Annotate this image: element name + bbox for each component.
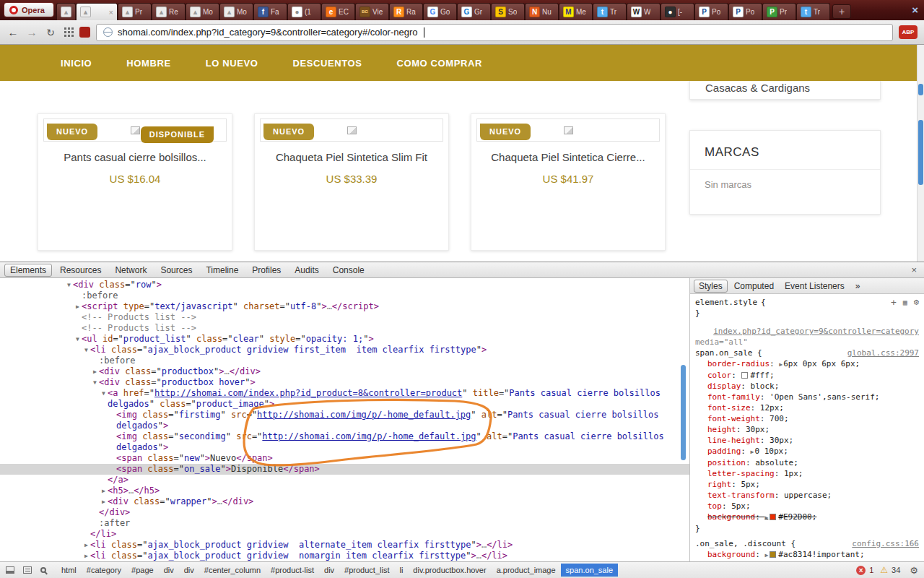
stylesheet-link[interactable]: index.php?id_category=9&controller=categ…: [713, 327, 919, 336]
expand-arrow-icon[interactable]: ▶: [779, 361, 783, 368]
nav-item[interactable]: HOMBRE: [126, 58, 170, 69]
css-property[interactable]: font-family: 'Open Sans',sans-serif;: [695, 392, 919, 402]
css-property[interactable]: background: ▶#E92D00;: [695, 512, 919, 523]
devtools-tab-profiles[interactable]: Profiles: [246, 263, 287, 277]
forward-button[interactable]: →: [25, 26, 38, 38]
browser-tab[interactable]: RRa: [389, 3, 423, 20]
devtools-tab-timeline[interactable]: Timeline: [200, 263, 244, 277]
browser-tab[interactable]: ▴Mo: [219, 3, 253, 20]
breadcrumb-item[interactable]: #product_list: [339, 564, 394, 577]
dom-node[interactable]: </div>: [0, 507, 689, 518]
nav-item[interactable]: INICIO: [61, 58, 92, 69]
breadcrumb-item[interactable]: div: [159, 564, 179, 577]
devtools-close-icon[interactable]: ×: [911, 264, 920, 275]
dom-node[interactable]: ▶<h5>…</h5>: [0, 486, 689, 496]
styles-settings-gear-icon[interactable]: ⚙: [914, 297, 919, 308]
browser-tab[interactable]: MMe: [559, 3, 593, 20]
breadcrumb-item[interactable]: #category: [82, 564, 126, 577]
expand-arrow-icon[interactable]: ▶: [751, 449, 754, 455]
error-icon[interactable]: ×: [856, 566, 866, 575]
dom-node[interactable]: ▶<div class="productbox">…</div>: [0, 366, 689, 377]
collapse-arrow-icon[interactable]: ▶: [100, 486, 108, 496]
url-text[interactable]: shomai.com/index.php?id_category=9&contr…: [118, 27, 418, 38]
browser-tab[interactable]: ●[-: [661, 3, 694, 20]
warning-icon[interactable]: ⚠: [880, 565, 888, 575]
breadcrumb-item[interactable]: span.on_sale: [561, 564, 618, 577]
breadcrumb-item[interactable]: a.product_image: [492, 564, 561, 577]
sidebar-category-item[interactable]: Casacas & Cardigans: [689, 81, 881, 100]
browser-tab[interactable]: GGo: [423, 3, 457, 20]
stylesheet-source-link[interactable]: config.css:166: [852, 538, 919, 549]
new-style-rule-icon[interactable]: +: [891, 297, 897, 308]
tab-close-icon[interactable]: ×: [109, 8, 113, 17]
scrollbar-mark[interactable]: [918, 84, 923, 95]
dom-node[interactable]: ▼<li class="ajax_block_product gridview …: [0, 345, 689, 355]
devtools-tab-console[interactable]: Console: [327, 263, 370, 277]
css-property[interactable]: font-weight: 700;: [695, 413, 919, 424]
dom-node[interactable]: <!-- Products list -->: [0, 323, 689, 334]
product-card[interactable]: NUEVOChaqueta Piel Sintetica Slim FitUS …: [254, 113, 449, 251]
browser-tab[interactable]: ▴Re: [152, 3, 186, 20]
css-property[interactable]: font-size: 12px;: [695, 402, 919, 413]
element-state-icon[interactable]: ▦: [903, 297, 907, 308]
breadcrumb-item[interactable]: #product-list: [266, 564, 319, 577]
product-title[interactable]: Pants casual cierre bolsillos...: [38, 151, 232, 163]
collapse-arrow-icon[interactable]: ▶: [100, 496, 108, 507]
speed-dial-icon[interactable]: [64, 27, 66, 30]
reload-button[interactable]: ↻: [44, 27, 57, 38]
expand-arrow-icon[interactable]: ▼: [65, 280, 73, 290]
browser-tab[interactable]: ▴Mo: [186, 3, 219, 20]
browser-tab[interactable]: tTr: [796, 3, 830, 20]
address-bar[interactable]: shomai.com/index.php?id_category=9&contr…: [96, 24, 893, 41]
devtools-tab-sources[interactable]: Sources: [154, 263, 198, 277]
browser-tab[interactable]: SSo: [491, 3, 525, 20]
inspect-search-icon[interactable]: [40, 567, 46, 573]
product-title[interactable]: Chaqueta Piel Sintetica Cierre...: [471, 151, 665, 163]
styles-tab[interactable]: »: [851, 280, 865, 293]
window-close-icon[interactable]: ×: [912, 4, 918, 16]
browser-tab[interactable]: ▴: [56, 3, 76, 20]
dom-node[interactable]: ▼<ul id="product_list" class="clear" sty…: [0, 334, 689, 345]
browser-tab[interactable]: NNu: [525, 3, 559, 20]
dom-node[interactable]: ▼<div class="row">: [0, 280, 689, 290]
breadcrumb-item[interactable]: #center_column: [199, 564, 266, 577]
css-property[interactable]: line-height: 30px;: [695, 435, 919, 446]
dom-node[interactable]: ▶<script type="text/javascript" charset=…: [0, 301, 689, 312]
expand-arrow-icon[interactable]: ▶: [764, 552, 768, 558]
browser-tab[interactable]: BGVie: [355, 3, 389, 20]
breadcrumb-item[interactable]: div.productbox.hover: [408, 564, 491, 577]
browser-tab[interactable]: WW: [627, 3, 661, 20]
stylesheet-source-link[interactable]: global.css:2997: [847, 348, 919, 358]
css-property[interactable]: text-transform: uppercase;: [695, 490, 919, 501]
product-card[interactable]: NUEVODISPONIBLEPants casual cierre bolsi…: [38, 113, 232, 251]
browser-tab[interactable]: PPo: [694, 3, 728, 20]
expand-arrow-icon[interactable]: ▼: [74, 334, 82, 345]
browser-tab[interactable]: ▴×: [76, 3, 118, 20]
dom-node[interactable]: <!-- Products list -->: [0, 312, 689, 323]
collapse-arrow-icon[interactable]: ▶: [91, 366, 99, 377]
styles-tab[interactable]: Styles: [694, 280, 728, 293]
nav-item[interactable]: DESCUENTOS: [292, 58, 362, 69]
breadcrumb-item[interactable]: html: [56, 564, 82, 577]
devtools-tab-resources[interactable]: Resources: [54, 263, 107, 277]
settings-gear-icon[interactable]: ⚙: [910, 565, 918, 576]
expand-arrow-icon[interactable]: ▼: [100, 388, 108, 410]
css-property[interactable]: height: 30px;: [695, 424, 919, 435]
breadcrumb-item[interactable]: li: [394, 564, 408, 577]
browser-tab[interactable]: ▴Pr: [118, 3, 152, 20]
css-property[interactable]: top: 5px;: [695, 501, 919, 512]
css-selector[interactable]: .on_sale, .discount {: [695, 538, 796, 549]
page-scrollbar[interactable]: [917, 45, 924, 262]
css-selector[interactable]: element.style: [695, 297, 757, 308]
new-tab-button[interactable]: +: [832, 4, 851, 19]
dom-node[interactable]: <img class="firstimg" src="http://shomai…: [0, 410, 689, 431]
expand-arrow-icon[interactable]: ▼: [82, 345, 90, 355]
css-property[interactable]: right: 5px;: [695, 479, 919, 490]
breadcrumb-item[interactable]: div: [179, 564, 199, 577]
dom-node[interactable]: </li>: [0, 529, 689, 540]
styles-tab[interactable]: Computed: [730, 280, 778, 293]
expand-arrow-icon[interactable]: ▶: [764, 514, 768, 521]
styles-tab[interactable]: Event Listeners: [780, 280, 849, 293]
dom-node[interactable]: :before: [0, 290, 689, 301]
css-property[interactable]: letter-spacing: 1px;: [695, 468, 919, 479]
